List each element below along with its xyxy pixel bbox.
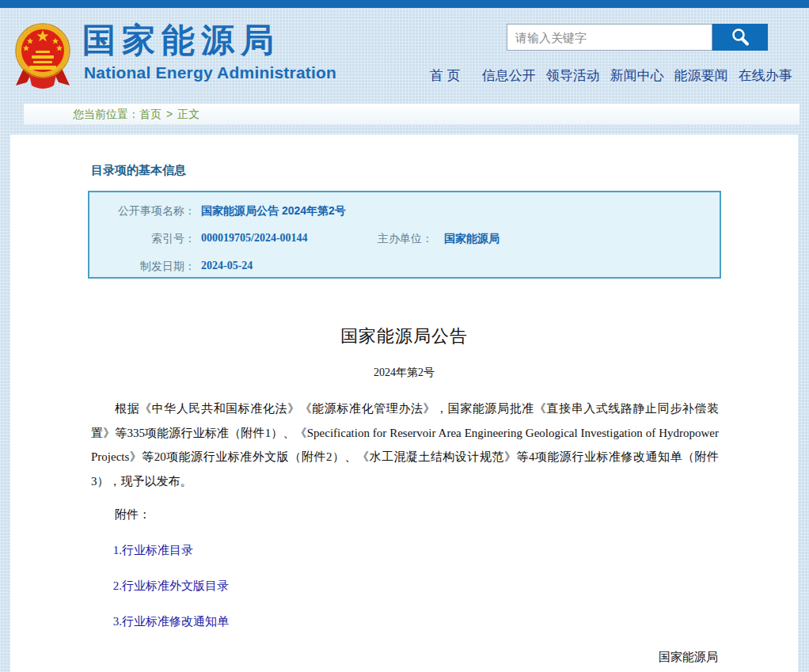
name-value: 国家能源局公告 2024年第2号 <box>201 204 346 218</box>
attachment-link-1[interactable]: 1.行业标准目录 <box>113 544 193 556</box>
attachment-item: 3.行业标准修改通知单 <box>91 614 719 629</box>
catalog-row-date: 制发日期： 2024-05-24 <box>89 260 720 275</box>
main-nav: 首 页 信息公开 领导活动 新闻中心 能源要闻 在线办事 <box>430 66 772 85</box>
attachments-label: 附件： <box>91 507 719 522</box>
site-title-cn[interactable]: 国家能源局 <box>82 22 280 59</box>
search-icon <box>730 27 750 47</box>
breadcrumb-current: 正文 <box>177 108 199 120</box>
index-label: 索引号： <box>89 232 196 246</box>
document-number: 2024年第2号 <box>10 366 798 380</box>
site-title-en: National Energy Administration <box>84 63 336 82</box>
breadcrumb-home-link[interactable]: 首页 <box>139 108 161 120</box>
nav-item-leadership[interactable]: 领导活动 <box>546 66 600 85</box>
catalog-info-box: 公开事项名称： 国家能源局公告 2024年第2号 索引号： 000019705/… <box>88 191 721 279</box>
date-value: 2024-05-24 <box>201 260 253 272</box>
attachment-link-3[interactable]: 3.行业标准修改通知单 <box>113 615 229 628</box>
breadcrumb-label: 您当前位置： <box>73 108 139 120</box>
date-label: 制发日期： <box>89 260 196 274</box>
top-accent-bar <box>0 0 809 8</box>
search-input[interactable] <box>507 24 712 51</box>
nav-item-info[interactable]: 信息公开 <box>482 66 536 85</box>
page: { "header": { "site_title_cn": "国家能源局", … <box>0 0 809 672</box>
content-panel: 目录项的基本信息 公开事项名称： 国家能源局公告 2024年第2号 索引号： 0… <box>10 135 798 672</box>
search-bar <box>507 24 768 51</box>
catalog-section-title: 目录项的基本信息 <box>91 163 186 178</box>
attachment-item: 2.行业标准外文版目录 <box>91 579 719 594</box>
org-label: 主办单位： <box>368 232 433 246</box>
breadcrumb: 您当前位置：首页>正文 <box>24 104 800 125</box>
catalog-row-index: 索引号： 000019705/2024-00144 主办单位： 国家能源局 <box>89 232 720 248</box>
index-value: 000019705/2024-00144 <box>201 232 308 245</box>
nav-item-news[interactable]: 新闻中心 <box>610 66 664 85</box>
search-button[interactable] <box>712 24 768 51</box>
catalog-row-name: 公开事项名称： 国家能源局公告 2024年第2号 <box>89 204 720 220</box>
document-paragraph: 根据《中华人民共和国标准化法》《能源标准化管理办法》，国家能源局批准《直接串入式… <box>91 397 719 493</box>
breadcrumb-separator: > <box>166 108 173 120</box>
nav-item-energy-news[interactable]: 能源要闻 <box>674 66 728 85</box>
attachment-item: 1.行业标准目录 <box>91 543 719 558</box>
document-title: 国家能源局公告 <box>10 325 798 348</box>
nav-item-online[interactable]: 在线办事 <box>739 66 792 85</box>
attachment-link-2[interactable]: 2.行业标准外文版目录 <box>113 579 229 592</box>
name-label: 公开事项名称： <box>89 204 196 218</box>
org-value: 国家能源局 <box>444 232 499 246</box>
national-emblem-icon <box>13 22 73 89</box>
nav-item-home[interactable]: 首 页 <box>430 66 461 85</box>
document-signature: 国家能源局 <box>659 650 718 665</box>
